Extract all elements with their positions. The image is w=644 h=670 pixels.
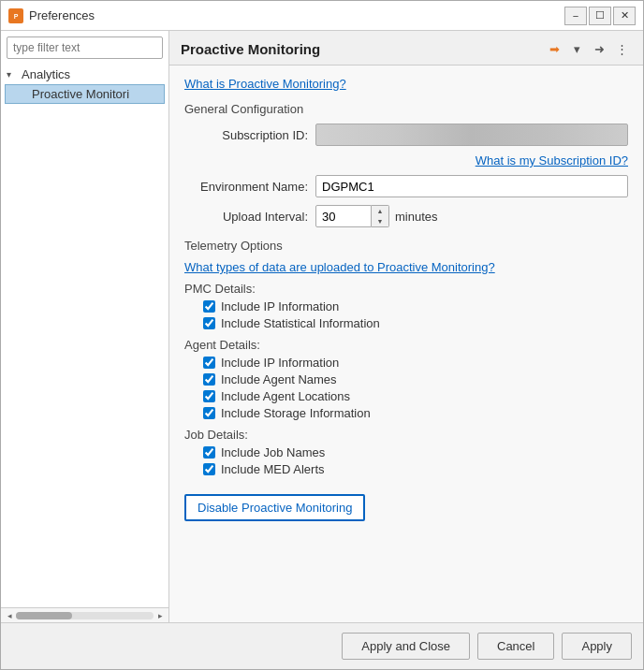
- back-icon[interactable]: ➡: [544, 38, 564, 59]
- spinner-down-button[interactable]: ▼: [372, 216, 388, 226]
- pmc-stats-label: Include Statistical Information: [221, 316, 380, 330]
- agent-ip-row: Include IP Information: [203, 356, 628, 370]
- upload-interval-input[interactable]: [315, 205, 372, 227]
- subscription-row: Subscription ID:: [184, 124, 628, 146]
- pmc-ip-row: Include IP Information: [203, 299, 628, 313]
- env-name-label: Environment Name:: [184, 180, 315, 194]
- tree-container: ▾ Analytics Proactive Monitori: [1, 65, 168, 607]
- agent-label: Agent Details:: [184, 338, 628, 352]
- disable-proactive-button[interactable]: Disable Proactive Monitoring: [184, 494, 365, 521]
- upload-interval-spinner: ▲ ▼ minutes: [315, 205, 438, 227]
- filter-input[interactable]: [7, 36, 163, 59]
- spinner-buttons: ▲ ▼: [372, 205, 389, 227]
- maximize-button[interactable]: ☐: [589, 7, 611, 25]
- agent-names-label: Include Agent Names: [221, 372, 337, 386]
- upload-interval-label: Upload Interval:: [184, 210, 315, 224]
- svg-text:P: P: [14, 13, 19, 20]
- app-icon: P: [8, 8, 23, 23]
- agent-names-checkbox[interactable]: [203, 373, 215, 386]
- apply-close-button[interactable]: Apply and Close: [342, 633, 470, 660]
- scrollbar-thumb[interactable]: [16, 612, 72, 619]
- panel-toolbar: ➡ ▾ ➜ ⋮: [544, 38, 632, 59]
- close-button[interactable]: ✕: [613, 7, 636, 25]
- job-med-checkbox[interactable]: [203, 463, 215, 475]
- main-area: ▾ Analytics Proactive Monitori ◂ ▸ Proac…: [1, 31, 643, 622]
- proactive-label: Proactive Monitori: [32, 87, 129, 101]
- subscription-input[interactable]: [315, 124, 628, 146]
- agent-locations-label: Include Agent Locations: [221, 389, 350, 403]
- right-panel: Proactive Monitoring ➡ ▾ ➜ ⋮ What is Pro…: [169, 31, 643, 622]
- panel-content: What is Proactive Monitoring? General Co…: [169, 66, 643, 622]
- analytics-label: Analytics: [22, 67, 163, 81]
- subscription-label: Subscription ID:: [184, 128, 315, 142]
- agent-storage-row: Include Storage Information: [203, 406, 628, 420]
- scroll-right-icon[interactable]: ▸: [154, 611, 167, 620]
- pmc-ip-checkbox[interactable]: [203, 300, 215, 313]
- window-controls: − ☐ ✕: [564, 7, 636, 25]
- tree-item-proactive[interactable]: Proactive Monitori: [5, 84, 165, 104]
- sidebar: ▾ Analytics Proactive Monitori ◂ ▸: [1, 31, 169, 622]
- horizontal-scrollbar[interactable]: ◂ ▸: [1, 607, 168, 622]
- cancel-button[interactable]: Cancel: [477, 633, 554, 660]
- dropdown-arrow-icon[interactable]: ▾: [566, 38, 587, 59]
- chevron-icon: ▾: [7, 69, 20, 80]
- agent-ip-checkbox[interactable]: [203, 357, 215, 369]
- footer: Apply and Close Cancel Apply: [1, 622, 643, 669]
- tree-item-analytics[interactable]: ▾ Analytics: [1, 65, 168, 84]
- panel-header: Proactive Monitoring ➡ ▾ ➜ ⋮: [169, 31, 643, 66]
- job-names-row: Include Job Names: [203, 445, 628, 459]
- preferences-window: P Preferences − ☐ ✕ ▾ Analytics Proactiv…: [0, 0, 644, 670]
- spinner-up-button[interactable]: ▲: [372, 206, 388, 216]
- pmc-label: PMC Details:: [184, 282, 628, 296]
- agent-storage-checkbox[interactable]: [203, 407, 215, 419]
- general-config-title: General Configuration: [184, 102, 628, 116]
- upload-interval-row: Upload Interval: ▲ ▼ minutes: [184, 205, 628, 227]
- telemetry-section: Telemetry Options What types of data are…: [184, 239, 628, 476]
- scroll-left-icon[interactable]: ◂: [3, 611, 16, 620]
- agent-locations-row: Include Agent Locations: [203, 389, 628, 403]
- scrollbar-track: [16, 612, 154, 619]
- pmc-stats-row: Include Statistical Information: [203, 316, 628, 330]
- what-is-link[interactable]: What is Proactive Monitoring?: [184, 77, 346, 91]
- job-names-checkbox[interactable]: [203, 446, 215, 459]
- more-options-icon[interactable]: ⋮: [611, 38, 632, 59]
- job-names-label: Include Job Names: [221, 445, 325, 459]
- window-title: Preferences: [29, 8, 564, 22]
- title-bar: P Preferences − ☐ ✕: [1, 1, 643, 31]
- forward-icon[interactable]: ➜: [589, 38, 609, 59]
- env-name-input[interactable]: [315, 175, 628, 197]
- telemetry-title: Telemetry Options: [184, 239, 628, 253]
- pmc-stats-checkbox[interactable]: [203, 317, 215, 329]
- apply-button[interactable]: Apply: [562, 633, 632, 660]
- agent-locations-checkbox[interactable]: [203, 390, 215, 402]
- agent-ip-label: Include IP Information: [221, 356, 339, 370]
- pmc-ip-label: Include IP Information: [221, 299, 339, 313]
- job-label: Job Details:: [184, 428, 628, 442]
- upload-unit: minutes: [395, 210, 438, 224]
- minimize-button[interactable]: −: [564, 7, 587, 25]
- telemetry-link[interactable]: What types of data are uploaded to Proac…: [184, 260, 495, 274]
- env-name-row: Environment Name:: [184, 175, 628, 197]
- subscription-id-link[interactable]: What is my Subscription ID?: [476, 153, 628, 168]
- job-med-label: Include MED Alerts: [221, 462, 325, 476]
- job-med-row: Include MED Alerts: [203, 462, 628, 476]
- panel-title: Proactive Monitoring: [181, 41, 320, 57]
- agent-names-row: Include Agent Names: [203, 372, 628, 386]
- agent-storage-label: Include Storage Information: [221, 406, 371, 420]
